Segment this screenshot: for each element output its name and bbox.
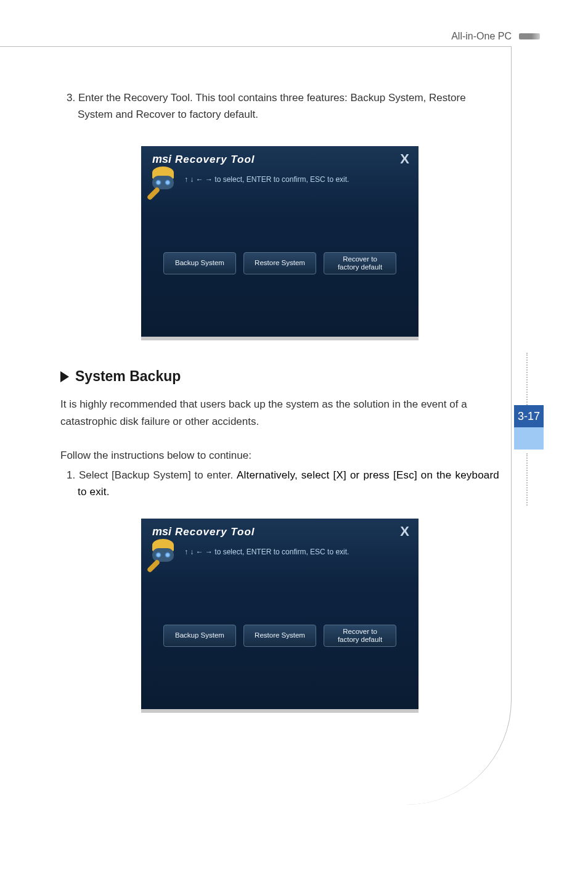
screenshot-2-wrapper: msi Recovery Tool X ↑ ↓ ← → to select, E…	[60, 519, 499, 713]
backup-system-button-2[interactable]: Backup System	[163, 625, 236, 647]
button-row-2: Backup System Restore System Recover to …	[141, 625, 419, 647]
msi-brand-2: msi	[152, 525, 171, 538]
decor-dots-bottom	[526, 453, 528, 506]
screenshot-1-wrapper: msi Recovery Tool X ↑ ↓ ← → to select, E…	[60, 146, 499, 340]
product-name: All-in-One PC	[451, 31, 512, 42]
section-title: System Backup	[75, 368, 181, 385]
follow-instructions: Follow the instructions below to continu…	[60, 447, 499, 464]
instruction-text-2: ↑ ↓ ← → to select, ENTER to confirm, ESC…	[184, 548, 349, 556]
section-heading: System Backup	[60, 368, 499, 385]
page-number-tab: 3-17	[514, 405, 544, 427]
step3-text-line1: Enter the Recovery Tool. This tool conta…	[78, 92, 466, 104]
step-1: 1. Select [Backup System] to enter. Alte…	[60, 467, 499, 500]
msi-brand: msi	[152, 153, 171, 166]
intro-paragraph: It is highly recommended that users back…	[60, 396, 499, 429]
decor-dots-top	[526, 353, 528, 405]
page-header: All-in-One PC	[451, 31, 540, 42]
app-title-text-2: Recovery Tool	[175, 526, 255, 538]
step3-number: 3.	[67, 92, 78, 104]
restore-system-button[interactable]: Restore System	[243, 252, 316, 274]
recover-factory-button-2[interactable]: Recover to factory default	[324, 625, 396, 647]
step1-part1: Select [Backup System] to enter.	[79, 469, 237, 481]
app-title-text: Recovery Tool	[175, 154, 255, 166]
recover-factory-button[interactable]: Recover to factory default	[324, 252, 396, 274]
instruction-text: ↑ ↓ ← → to select, ENTER to confirm, ESC…	[184, 175, 349, 184]
restore-system-button-2[interactable]: Restore System	[243, 625, 316, 647]
step3-text-line2: System and Recover to factory default.	[78, 109, 258, 120]
step-3: 3. Enter the Recovery Tool. This tool co…	[60, 89, 499, 123]
page-tab-spacer	[514, 427, 544, 450]
close-icon-2[interactable]: X	[400, 524, 409, 540]
page-content: 3. Enter the Recovery Tool. This tool co…	[60, 89, 499, 741]
app-title: msi Recovery Tool	[152, 153, 255, 166]
chevron-right-icon	[60, 371, 69, 382]
app-title-2: msi Recovery Tool	[152, 525, 255, 538]
backup-system-button[interactable]: Backup System	[163, 252, 236, 274]
close-icon[interactable]: X	[400, 151, 409, 167]
recovery-tool-screenshot-2: msi Recovery Tool X ↑ ↓ ← → to select, E…	[141, 519, 419, 713]
mascot-icon-2	[146, 539, 180, 573]
button-row: Backup System Restore System Recover to …	[141, 252, 419, 274]
step1-number: 1.	[67, 469, 79, 481]
recovery-tool-screenshot-1: msi Recovery Tool X ↑ ↓ ← → to select, E…	[141, 146, 419, 340]
header-decor	[519, 33, 540, 39]
mascot-icon	[146, 166, 180, 200]
